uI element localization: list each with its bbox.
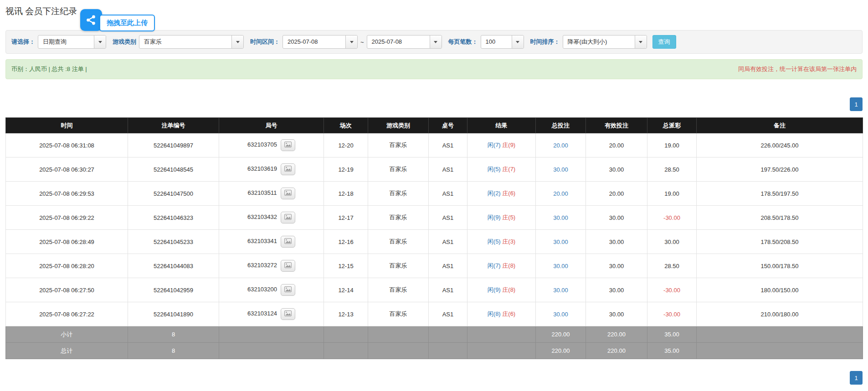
roadmap-button[interactable] — [281, 236, 295, 248]
query-type-dropdown-arrow[interactable] — [94, 36, 106, 48]
summary-empty-cell — [467, 326, 536, 343]
result-banker: 庄(9) — [502, 142, 515, 148]
summary-empty-cell — [219, 343, 324, 359]
sort-order-select[interactable]: 降幂(由大到小) — [563, 35, 647, 49]
chevron-down-icon — [236, 41, 240, 43]
roadmap-button[interactable] — [281, 284, 295, 296]
roadmap-button[interactable] — [281, 139, 295, 151]
query-type-select[interactable]: 日期查询 — [38, 35, 106, 49]
total-bet-link[interactable]: 30.00 — [553, 239, 568, 245]
cell-payout: 28.50 — [647, 254, 697, 278]
roadmap-icon — [284, 262, 292, 269]
cell-payout: 19.00 — [647, 182, 697, 206]
summary-total-bet: 220.00 — [536, 326, 586, 343]
cell-result: 闲(7) 庄(9) — [467, 133, 536, 157]
column-header: 桌号 — [429, 118, 467, 133]
total-bet-link[interactable]: 30.00 — [553, 166, 568, 173]
page-1-button[interactable]: 1 — [850, 371, 863, 385]
result-player: 闲(9) — [488, 286, 501, 293]
cell-round-no: 632103272 — [219, 254, 324, 278]
per-page-value: 100 — [481, 36, 512, 48]
roadmap-button[interactable] — [281, 188, 295, 199]
date-range-label: 时间区间： — [250, 38, 280, 46]
cell-table-no: AS1 — [429, 157, 467, 182]
date-to-value: 2025-07-08 — [367, 36, 430, 48]
total-bet-link[interactable]: 30.00 — [553, 287, 568, 294]
cell-bet-no: 522641049897 — [128, 133, 219, 157]
summary-empty-cell — [697, 326, 863, 343]
result-banker: 庄(6) — [502, 310, 515, 317]
game-type-select[interactable]: 百家乐 — [139, 35, 244, 49]
round-no-text: 632103511 — [247, 189, 277, 196]
table-row: 2025-07-08 06:28:20522641044083632103272… — [6, 254, 863, 278]
roadmap-button[interactable] — [281, 212, 295, 223]
cell-game-type: 百家乐 — [368, 254, 429, 278]
cell-valid-bet: 20.00 — [586, 182, 647, 206]
cell-session: 12-19 — [324, 157, 368, 182]
date-to-select[interactable]: 2025-07-08 — [367, 35, 442, 49]
per-page-dropdown-arrow[interactable] — [512, 36, 524, 48]
cell-table-no: AS1 — [429, 133, 467, 157]
total-bet-link[interactable]: 20.00 — [553, 190, 568, 197]
table-row: 2025-07-08 06:27:22522641041890632103124… — [6, 302, 863, 326]
summary-valid-bet: 220.00 — [586, 326, 647, 343]
cell-bet-no: 522641047500 — [128, 182, 219, 206]
cell-payout: 28.50 — [647, 157, 697, 182]
column-header: 备注 — [697, 118, 863, 133]
cell-round-no: 632103341 — [219, 230, 324, 254]
cell-remark: 180.00/150.00 — [697, 278, 863, 302]
cell-session: 12-13 — [324, 302, 368, 326]
roadmap-button[interactable] — [281, 163, 295, 175]
roadmap-button[interactable] — [281, 260, 295, 272]
total-bet-link[interactable]: 30.00 — [553, 214, 568, 221]
table-body: 2025-07-08 06:31:08522641049897632103705… — [6, 133, 863, 359]
cell-bet-no: 522641045233 — [128, 230, 219, 254]
cell-remark: 210.00/180.00 — [697, 302, 863, 326]
round-no-text: 632103619 — [247, 165, 277, 172]
summary-empty-cell — [429, 326, 467, 343]
cell-table-no: AS1 — [429, 182, 467, 206]
total-bet-link[interactable]: 30.00 — [553, 263, 568, 269]
cell-result: 闲(9) 庄(5) — [467, 206, 536, 230]
chevron-down-icon — [434, 41, 437, 43]
query-type-value: 日期查询 — [38, 36, 94, 48]
date-from-dropdown-arrow[interactable] — [345, 36, 357, 48]
roadmap-icon — [284, 238, 292, 245]
valid-bet-note-text: 同局有效投注，统一计算在该局第一张注单内 — [738, 65, 857, 73]
sort-order-dropdown-arrow[interactable] — [635, 36, 647, 48]
date-from-select[interactable]: 2025-07-08 — [282, 35, 358, 49]
search-button[interactable]: 查询 — [652, 35, 676, 49]
subtotal-row: 小计8220.00220.0035.00 — [6, 326, 863, 343]
table-row: 2025-07-08 06:30:27522641048545632103619… — [6, 157, 863, 182]
cell-time: 2025-07-08 06:28:49 — [6, 230, 128, 254]
cell-remark: 178.50/208.50 — [697, 230, 863, 254]
cell-table-no: AS1 — [429, 254, 467, 278]
chevron-down-icon — [639, 41, 642, 43]
summary-empty-cell — [697, 343, 863, 359]
cell-round-no: 632103705 — [219, 133, 324, 157]
date-to-dropdown-arrow[interactable] — [430, 36, 442, 48]
total-bet-link[interactable]: 20.00 — [553, 142, 568, 149]
cell-table-no: AS1 — [429, 302, 467, 326]
table-header-row: 时间注单编号局号场次游戏类别桌号结果总投注有效投注总派彩备注 — [6, 118, 863, 133]
cell-bet-no: 522641046323 — [128, 206, 219, 230]
roadmap-icon — [284, 214, 292, 221]
cell-game-type: 百家乐 — [368, 182, 429, 206]
table-row: 2025-07-08 06:29:22522641046323632103432… — [6, 206, 863, 230]
result-player: 闲(5) — [488, 238, 501, 245]
per-page-label: 每页笔数： — [448, 38, 478, 46]
game-type-dropdown-arrow[interactable] — [231, 36, 243, 48]
summary-payout: 35.00 — [647, 326, 697, 343]
summary-empty-cell — [467, 343, 536, 359]
result-player: 闲(8) — [488, 310, 501, 317]
per-page-select[interactable]: 100 — [481, 35, 524, 49]
result-banker: 庄(5) — [502, 214, 515, 221]
page-1-button[interactable]: 1 — [850, 97, 863, 111]
upload-dropzone[interactable]: 拖拽至此上传 — [80, 9, 155, 31]
cell-valid-bet: 20.00 — [586, 133, 647, 157]
roadmap-button[interactable] — [281, 308, 295, 320]
cell-game-type: 百家乐 — [368, 133, 429, 157]
info-bar: 币别：人民币 | 总共 :8 注单 | 同局有效投注，统一计算在该局第一张注单内 — [5, 59, 863, 79]
total-bet-link[interactable]: 30.00 — [553, 311, 568, 318]
cell-payout: -30.00 — [647, 278, 697, 302]
